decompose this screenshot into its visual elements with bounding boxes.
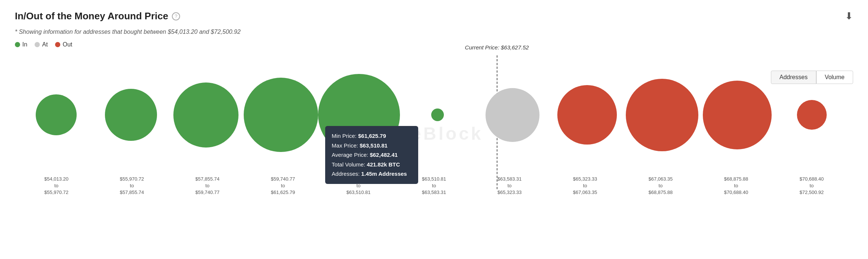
bubble-col-0 (19, 55, 93, 174)
label-col-3: $59,740.77to$61,625.79 (245, 176, 321, 196)
bubble-7[interactable] (557, 85, 617, 145)
legend-in: In (15, 41, 27, 48)
label-col-8: $67,063.35to$68,875.88 (623, 176, 698, 196)
bubble-3[interactable] (244, 78, 318, 152)
bubble-col-7 (550, 55, 625, 174)
legend-out: Out (55, 41, 72, 48)
legend-in-dot (15, 42, 20, 47)
bubble-col-5 (400, 55, 475, 174)
bubbles-row (15, 55, 853, 174)
label-col-10: $70,688.40to$72,500.92 (774, 176, 849, 196)
bubble-8[interactable] (626, 79, 698, 151)
label-col-6: $63,583.31to$65,323.33 (472, 176, 547, 196)
label-col-0: $54,013.20to$55,970.72 (19, 176, 94, 196)
bubble-4[interactable] (318, 74, 400, 156)
bubble-9[interactable] (703, 81, 772, 149)
subtitle: * Showing information for addresses that… (15, 29, 853, 35)
bubble-col-10 (775, 55, 849, 174)
current-price-label: Current Price: $63,627.52 (465, 44, 529, 51)
labels-row: $54,013.20to$55,970.72$55,970.72to$57,85… (15, 176, 853, 196)
bubble-0[interactable] (36, 94, 77, 135)
bubble-col-3 (243, 55, 318, 174)
label-col-2: $57,855.74to$59,740.77 (170, 176, 245, 196)
legend-at-dot (35, 42, 40, 47)
legend-out-dot (55, 42, 60, 47)
legend-at: At (35, 41, 48, 48)
bubble-col-2 (169, 55, 243, 174)
label-col-7: $65,323.33to$67,063.35 (547, 176, 623, 196)
bubble-col-9 (699, 55, 774, 174)
bubble-5[interactable] (431, 109, 444, 121)
help-icon[interactable]: ? (172, 12, 180, 20)
legend-in-label: In (22, 41, 27, 48)
label-col-5: $63,510.81to$63,583.31 (396, 176, 472, 196)
bubble-col-8 (625, 55, 699, 174)
label-col-4: $61,625.79to$63,510.81 (321, 176, 396, 196)
bubble-10[interactable] (797, 100, 827, 130)
bubble-col-6 (475, 55, 550, 174)
bubble-6[interactable] (486, 88, 539, 142)
bubble-2[interactable] (173, 82, 238, 148)
page-title: In/Out of the Money Around Price (15, 10, 168, 22)
bubble-col-4 (318, 55, 400, 174)
download-icon[interactable]: ⬇ (845, 10, 853, 22)
label-col-1: $55,970.72to$57,855.74 (94, 176, 170, 196)
legend: In At Out (15, 41, 853, 48)
label-col-9: $68,875.88to$70,688.40 (698, 176, 774, 196)
chart-area: TheBlock Current Price: $63,627.52 $54,0… (15, 55, 853, 211)
legend-out-label: Out (63, 41, 72, 48)
legend-at-label: At (42, 41, 48, 48)
bubble-col-1 (93, 55, 168, 174)
bubble-1[interactable] (105, 89, 157, 141)
